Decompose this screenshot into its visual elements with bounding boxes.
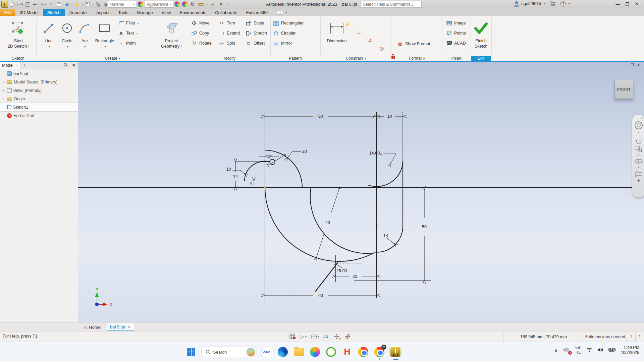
taskbar-zalo-icon[interactable]: Zalo <box>261 346 273 358</box>
fillet-tool-button[interactable]: Fillet▾ <box>118 19 154 27</box>
weather-widget-icon[interactable] <box>246 348 255 357</box>
caret-icon[interactable]: ▾ <box>82 3 83 6</box>
clipboard-button[interactable] <box>55 1 62 8</box>
arc-inner[interactable] <box>310 187 374 253</box>
taskbar-copilot-icon[interactable] <box>309 346 321 358</box>
material-select[interactable]: Material▾ <box>108 1 136 8</box>
colinear-constraint-icon[interactable]: ∠ <box>366 36 375 44</box>
dimension-label[interactable]: 4 <box>250 181 252 186</box>
measure-button[interactable] <box>198 1 204 8</box>
slice-graphics-toggle-icon[interactable] <box>322 333 330 340</box>
drag-sketch-icon[interactable] <box>344 333 352 340</box>
navbar-close-icon[interactable]: ✕ <box>640 116 643 120</box>
caret-icon[interactable]: ▾ <box>66 45 68 48</box>
zoom-window-icon[interactable] <box>635 145 643 153</box>
arc-tool-button[interactable]: Arc▾ <box>76 18 93 55</box>
dimension-labels[interactable]: 60 14 6 20 3 10 14 4 14.001 40 50 14 25.… <box>226 114 427 298</box>
sketch-geometry[interactable]: 60 14 6 20 3 10 14 4 14.001 40 50 14 25.… <box>78 62 644 322</box>
caret-icon[interactable]: ▾ <box>285 11 287 14</box>
dimension-label[interactable]: 25.00 <box>336 268 347 273</box>
user-avatar-icon[interactable] <box>514 1 519 7</box>
taskbar-edge-icon[interactable] <box>277 346 289 358</box>
tree-item-model-states[interactable]: +Model States: [Primary] <box>0 78 78 86</box>
expander-icon[interactable]: + <box>2 97 5 101</box>
panel-label-pattern[interactable]: Pattern <box>270 56 320 61</box>
dimension-display-toggle-icon[interactable]: +/−▾ <box>311 333 319 340</box>
tab-home[interactable]: ⌂Home <box>80 323 104 331</box>
caret-icon[interactable]: ▾ <box>317 335 319 338</box>
parameters-button[interactable] <box>95 1 101 8</box>
arc-center-point[interactable] <box>338 187 340 189</box>
caret-icon[interactable]: ▾ <box>45 3 46 6</box>
help-icon[interactable]: ? <box>560 1 566 7</box>
close-icon[interactable]: ✕ <box>127 325 130 329</box>
caret-icon[interactable]: ▾ <box>638 131 639 134</box>
dimension-label[interactable]: 22 <box>353 274 357 279</box>
browser-search-icon[interactable] <box>61 63 70 68</box>
snap-grid-toggle-icon[interactable] <box>288 333 297 340</box>
caret-icon[interactable]: ▾ <box>638 166 639 169</box>
circle-tool-button[interactable]: Circle▾ <box>58 18 76 55</box>
tab-sketch[interactable]: Sketch <box>43 9 65 16</box>
start-button[interactable] <box>185 346 197 358</box>
battery-icon[interactable] <box>608 347 616 353</box>
mirror-button[interactable]: Mirror <box>273 39 304 48</box>
scale-button[interactable]: Scale <box>246 19 267 27</box>
project-geometry-button[interactable]: ProjectGeometry▾ <box>155 18 188 55</box>
point-tool-button[interactable]: +Point <box>118 39 154 48</box>
inventor-app-icon[interactable]: I <box>1 1 8 8</box>
caret-icon[interactable]: ▾ <box>206 3 208 6</box>
taskbar-search-input[interactable]: Search <box>201 347 257 357</box>
insert-image-button[interactable]: Image <box>446 19 466 27</box>
arc-r40[interactable] <box>265 187 374 261</box>
browser-tab-model[interactable]: Model✕ <box>0 62 20 69</box>
dimension-label[interactable]: 60 <box>318 114 323 119</box>
angled-line[interactable] <box>315 262 338 292</box>
pan-hand-icon[interactable] <box>635 136 643 144</box>
taskbar-inventor-icon[interactable]: IPRO <box>389 346 401 358</box>
fx-parameters-button[interactable]: fx <box>189 1 196 8</box>
arc-left[interactable] <box>245 162 264 181</box>
dimension-label[interactable]: 40 <box>325 220 330 225</box>
doc-minimize-button[interactable]: — <box>624 63 628 67</box>
doc-restore-button[interactable]: ❐ <box>631 63 634 67</box>
new-file-button[interactable]: ▾ <box>9 1 16 8</box>
caret-icon[interactable]: ▾ <box>568 2 570 5</box>
text-tool-button[interactable]: AText▾ <box>118 29 154 38</box>
onedrive-icon[interactable]: ✕ <box>562 347 571 354</box>
open-file-button[interactable] <box>17 1 23 8</box>
taskbar-chrome-profile-icon[interactable]: T <box>373 346 385 358</box>
tab-manage[interactable]: Manage <box>133 9 157 16</box>
arc-r14-top[interactable] <box>368 161 403 186</box>
store-cart-icon[interactable] <box>549 1 556 6</box>
tab-collaborate[interactable]: Collaborate <box>211 9 242 16</box>
panel-label-insert[interactable]: Insert <box>442 56 471 61</box>
move-button[interactable]: Move <box>191 19 212 27</box>
panel-label-modify[interactable]: Modify <box>189 56 270 61</box>
dimension-label[interactable]: 14.001 <box>369 151 382 156</box>
caret-icon[interactable]: ▾ <box>71 3 72 6</box>
tab-tools[interactable]: Tools <box>114 9 132 16</box>
dimension-label[interactable]: 60 <box>318 293 323 298</box>
dimension-label[interactable]: 14 <box>387 114 392 119</box>
trim-button[interactable]: ✂Trim <box>219 19 240 27</box>
sketch-origin-point[interactable] <box>264 186 266 188</box>
caret-icon[interactable]: ▾ <box>84 45 85 48</box>
dimension-label[interactable]: 14 <box>383 233 388 238</box>
tree-item-view[interactable]: +View: [Primary] <box>0 86 78 95</box>
previous-view-button[interactable]: ◀ <box>63 1 70 8</box>
panel-label-exit[interactable]: Exit <box>471 56 491 61</box>
taskbar-file-explorer-icon[interactable] <box>293 346 305 358</box>
look-at-icon[interactable] <box>635 170 643 177</box>
caret-icon[interactable]: ▾ <box>226 3 228 6</box>
tab-file[interactable]: File <box>0 9 15 16</box>
caret-icon[interactable]: ▾ <box>92 3 94 6</box>
caret-icon[interactable]: ▾ <box>28 44 29 49</box>
tray-clock[interactable]: 1:49 PM10/7/2025 <box>621 345 639 355</box>
fillet-center-point[interactable] <box>376 225 378 226</box>
home-view-button[interactable]: ⌂ <box>48 1 54 8</box>
dimension-label[interactable]: 3 <box>284 154 286 158</box>
tab-document-active[interactable]: bai 5.ipt✕ <box>107 323 134 331</box>
caret-icon[interactable]: ▾ <box>180 44 182 49</box>
dimension-label[interactable]: 20 <box>302 149 307 154</box>
